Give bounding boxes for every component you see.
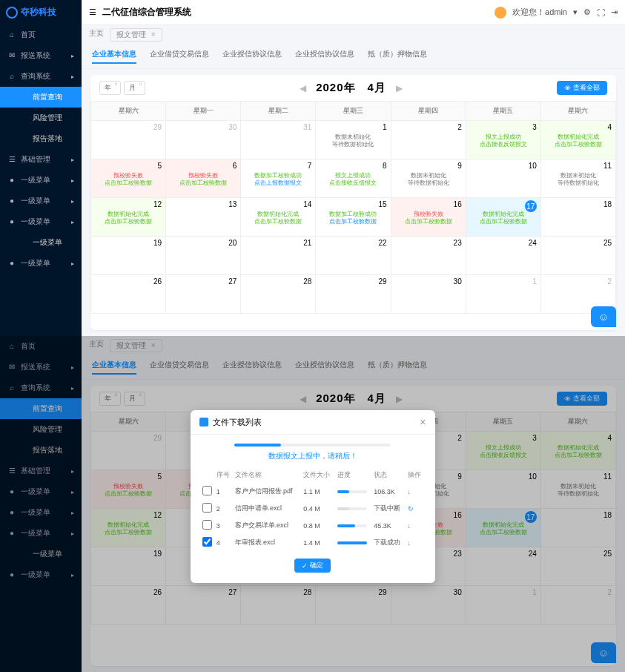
sidebar-item[interactable]: ●一级菜单▸: [0, 191, 82, 211]
row-checkbox[interactable]: [202, 503, 212, 513]
calendar-cell[interactable]: 1数据未初始化等待数据初始化: [316, 121, 391, 159]
calendar-cell[interactable]: 28: [241, 275, 316, 314]
close-icon[interactable]: ×: [151, 30, 156, 39]
next-month-icon[interactable]: ▶: [388, 83, 410, 93]
sidebar-item[interactable]: ●一级菜单▸: [0, 253, 82, 274]
calendar-cell[interactable]: 16预校验失败点击加工校验数据: [391, 198, 466, 237]
nav-icon: ✉: [7, 51, 16, 59]
calendar-cell[interactable]: 1: [466, 275, 540, 314]
calendar-cell[interactable]: 19: [91, 237, 166, 275]
calendar-cell[interactable]: 21: [241, 237, 316, 275]
sidebar-item[interactable]: ●一级菜单▸: [0, 170, 82, 191]
day-number: 16: [454, 200, 462, 208]
day-number: 25: [603, 239, 612, 247]
overall-progress: [234, 444, 391, 447]
sidebar-subitem[interactable]: 报告落地: [0, 128, 82, 149]
progress-bar: [337, 490, 367, 493]
download-action-icon[interactable]: ↓: [408, 522, 411, 530]
view-all-button[interactable]: 👁 查看全部: [557, 81, 607, 95]
download-action-icon[interactable]: ↓: [408, 488, 411, 495]
chevron-right-icon: ▸: [71, 73, 74, 80]
day-number: 29: [378, 277, 386, 286]
row-checkbox[interactable]: [202, 520, 212, 530]
sidebar-item[interactable]: ⌕查询系统▸: [0, 66, 82, 87]
calendar-cell[interactable]: 4数据初始化完成点击加工校验数据: [540, 121, 615, 159]
row-checkbox[interactable]: [202, 537, 212, 547]
modal-message: 数据报文上报中，请稍后！: [201, 451, 425, 461]
prev-month-icon[interactable]: ◀: [292, 83, 314, 93]
sidebar-item[interactable]: ●一级菜单▸: [0, 211, 82, 232]
sidebar-subitem[interactable]: 前置查询: [0, 87, 82, 108]
modal-overlay[interactable]: 文件下载列表 × 数据报文上报中，请稍后！ 序号文件名称文件大小进度状态操作1客…: [0, 336, 625, 672]
calendar-cell[interactable]: 9数据未初始化等待数据初始化: [391, 159, 466, 198]
calendar-cell[interactable]: 18: [540, 198, 615, 237]
crumb-tab[interactable]: 报文管理 ×: [110, 28, 162, 42]
day-number: 2: [607, 277, 612, 286]
logout-icon[interactable]: ⇥: [611, 7, 618, 17]
weekday-header: 星期二: [241, 102, 316, 121]
tab[interactable]: 抵（质）押物信息: [368, 49, 427, 64]
calendar-cell[interactable]: 31: [241, 121, 316, 159]
calendar-cell[interactable]: 8报文上报成功点击接收反馈报文: [316, 159, 391, 198]
calendar-cell[interactable]: 25: [540, 237, 615, 275]
tab[interactable]: 企业授信协议信息: [295, 49, 354, 64]
download-action-icon[interactable]: ↓: [408, 539, 411, 547]
calendar-cell[interactable]: 20: [166, 237, 241, 275]
fullscreen-icon[interactable]: ⛶: [597, 8, 605, 17]
chatbot-icon[interactable]: [591, 306, 616, 327]
tab[interactable]: 企业基本信息: [92, 49, 136, 64]
calendar-cell[interactable]: 10: [466, 159, 540, 198]
calendar-cell[interactable]: 17数据初始化完成点击加工校验数据: [466, 198, 540, 237]
day-number: 22: [378, 239, 386, 247]
progress-bar: [337, 507, 367, 510]
confirm-button[interactable]: ✓ 确定: [294, 559, 331, 573]
logo: 夺秒科技: [0, 0, 82, 24]
menu-toggle-icon[interactable]: ☰: [89, 7, 96, 17]
calendar-cell[interactable]: 29: [91, 121, 166, 159]
day-number: 2: [457, 123, 462, 131]
tab[interactable]: 企业借贷交易信息: [150, 49, 209, 64]
sidebar-item[interactable]: ☰基础管理▸: [0, 149, 82, 170]
calendar-cell[interactable]: 22: [316, 237, 391, 275]
sidebar-item[interactable]: ⌂首页: [0, 24, 82, 45]
calendar-cell[interactable]: 30: [166, 121, 241, 159]
calendar-cell[interactable]: 11数据未初始化等待数据初始化: [540, 159, 615, 198]
calendar-cell[interactable]: 2: [391, 121, 466, 159]
calendar-cell[interactable]: 12数据初始化完成点击加工校验数据: [91, 198, 166, 237]
calendar-cell[interactable]: 3报文上报成功点击接收反馈报文: [466, 121, 540, 159]
download-action-icon[interactable]: ↻: [408, 505, 414, 513]
settings-icon[interactable]: ⚙: [583, 7, 591, 17]
sidebar-item[interactable]: ✉报送系统▸: [0, 45, 82, 66]
day-number: 10: [529, 162, 537, 170]
year-select[interactable]: 年: [99, 81, 121, 95]
crumb-home[interactable]: 主页: [89, 28, 104, 42]
modal-title: 文件下载列表: [213, 417, 262, 428]
avatar[interactable]: [495, 7, 506, 19]
calendar-cell[interactable]: 29: [316, 275, 391, 314]
download-row: 1客户户信用报告.pdf1.1 M106.3K↓: [201, 483, 425, 500]
sidebar-subitem[interactable]: 一级菜单: [0, 232, 82, 253]
day-number: 1: [532, 277, 537, 286]
close-icon[interactable]: ×: [420, 416, 426, 428]
month-select[interactable]: 月: [124, 81, 145, 95]
calendar-cell[interactable]: 23: [391, 237, 466, 275]
day-number: 23: [454, 239, 462, 247]
calendar-cell[interactable]: 30: [391, 275, 466, 314]
sidebar-subitem[interactable]: 风险管理: [0, 108, 82, 128]
calendar-cell[interactable]: 24: [466, 237, 540, 275]
calendar-cell[interactable]: 14数据初始化完成点击加工校验数据: [241, 198, 316, 237]
calendar-cell[interactable]: 7数据加工校验成功点击上报数据报文: [241, 159, 316, 198]
row-checkbox[interactable]: [202, 486, 212, 495]
calendar-cell[interactable]: 15数据加工校验成功点击加工校验数据: [316, 198, 391, 237]
calendar-cell[interactable]: 5预校验失败点击加工校验数据: [91, 159, 166, 198]
calendar-cell[interactable]: 6预校验失败点击加工校验数据: [166, 159, 241, 198]
calendar-cell[interactable]: 13: [166, 198, 241, 237]
user-dropdown-icon[interactable]: ▾: [573, 7, 578, 17]
calendar-cell[interactable]: 27: [166, 275, 241, 314]
tab[interactable]: 企业授信协议信息: [222, 49, 282, 64]
progress-bar: [337, 524, 367, 527]
day-number: 28: [303, 277, 311, 286]
day-number: 30: [228, 123, 237, 131]
calendar-cell[interactable]: 26: [91, 275, 166, 314]
day-number: 5: [158, 162, 162, 170]
